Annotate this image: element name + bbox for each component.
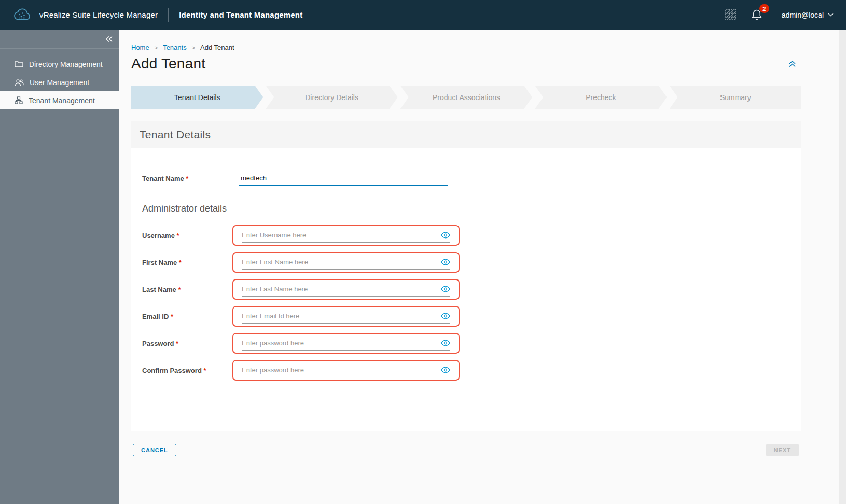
first-name-input[interactable] [242,258,437,266]
wizard-footer: CANCEL NEXT [131,444,801,456]
show-password-icon[interactable] [441,232,450,239]
wizard-steps: Tenant DetailsDirectory DetailsProduct A… [131,86,801,109]
users-icon [15,79,24,86]
next-button[interactable]: NEXT [766,444,799,456]
breadcrumb-separator: > [155,45,158,51]
org-chart-icon [15,96,23,104]
header-divider [168,8,169,22]
folder-icon [15,60,23,68]
tenant-details-form: Tenant Name * Administrator details User… [131,148,801,431]
username-input[interactable] [242,231,437,239]
confirm-password-row: Confirm Password * [142,360,801,381]
breadcrumb-separator: > [192,45,195,51]
product-title: vRealize Suite Lifecycle Manager [39,10,158,19]
show-password-icon[interactable] [441,259,450,265]
sidebar-collapse-icon[interactable] [105,36,113,43]
collapse-panel-icon[interactable] [788,60,796,67]
chevron-down-icon [828,13,834,17]
wizard-step-directory-details[interactable]: Directory Details [266,86,397,109]
show-password-icon[interactable] [441,340,450,346]
breadcrumb-tenants-link[interactable]: Tenants [163,44,187,51]
module-title: Identity and Tenant Management [179,10,302,19]
page-title: Add Tenant [131,55,205,72]
required-asterisk: * [186,175,188,183]
show-password-icon[interactable] [441,286,450,292]
sidebar-item-tenant-management[interactable]: Tenant Management [0,91,119,109]
main-content: Home > Tenants > Add Tenant Add Tenant T… [119,30,846,504]
last-name-input[interactable] [242,285,437,293]
input-error-box [232,360,460,381]
user-label: admin@local [782,11,824,19]
input-error-box [232,252,460,273]
app-header: vRealize Suite Lifecycle Manager Identit… [0,0,846,30]
wizard-step-precheck[interactable]: Precheck [535,86,667,109]
username-row: Username * [142,225,801,246]
input-error-box [232,306,460,327]
user-menu[interactable]: admin@local [782,11,834,19]
required-asterisk: * [177,232,179,240]
required-asterisk: * [171,313,173,320]
last-name-row: Last Name * [142,279,801,300]
wizard-step-tenant-details[interactable]: Tenant Details [131,86,263,109]
show-password-icon[interactable] [441,313,450,319]
title-divider [131,77,801,77]
wizard-step-summary[interactable]: Summary [670,86,801,109]
email-id-input[interactable] [242,312,437,320]
sidebar-item-directory-management[interactable]: Directory Management [0,55,119,73]
email-id-row: Email ID * [142,306,801,327]
notifications-bell-icon[interactable]: 2 [751,8,763,21]
wizard-step-product-associations[interactable]: Product Associations [400,86,532,109]
breadcrumb-home-link[interactable]: Home [131,44,149,51]
password-row: Password * [142,333,801,354]
vmware-cloud-logo-icon [12,8,32,22]
confirm-password-input[interactable] [242,366,437,374]
required-asterisk: * [179,259,182,267]
password-input[interactable] [242,339,437,347]
first-name-row: First Name * [142,252,801,273]
tenant-name-label: Tenant Name * [142,175,232,183]
administrator-details-title: Administrator details [142,201,801,216]
required-asterisk: * [176,340,178,347]
app-switcher-icon[interactable] [725,9,736,20]
breadcrumb-current: Add Tenant [200,44,234,51]
section-header: Tenant Details [131,121,801,148]
required-asterisk: * [203,367,206,374]
notification-count-badge: 2 [759,4,769,13]
input-error-box [232,279,460,300]
tenant-name-row: Tenant Name * [142,168,801,189]
input-error-box [232,333,460,354]
tenant-name-input[interactable] [239,174,448,185]
scrollbar[interactable] [839,30,846,504]
input-error-box [232,225,460,246]
sidebar: Directory Management User Management Ten… [0,30,119,504]
tenant-name-field-wrap [239,171,448,186]
sidebar-item-user-management[interactable]: User Management [0,73,119,91]
show-password-icon[interactable] [441,367,450,373]
cancel-button[interactable]: CANCEL [133,444,176,456]
required-asterisk: * [178,286,181,293]
breadcrumb: Home > Tenants > Add Tenant [131,44,801,51]
